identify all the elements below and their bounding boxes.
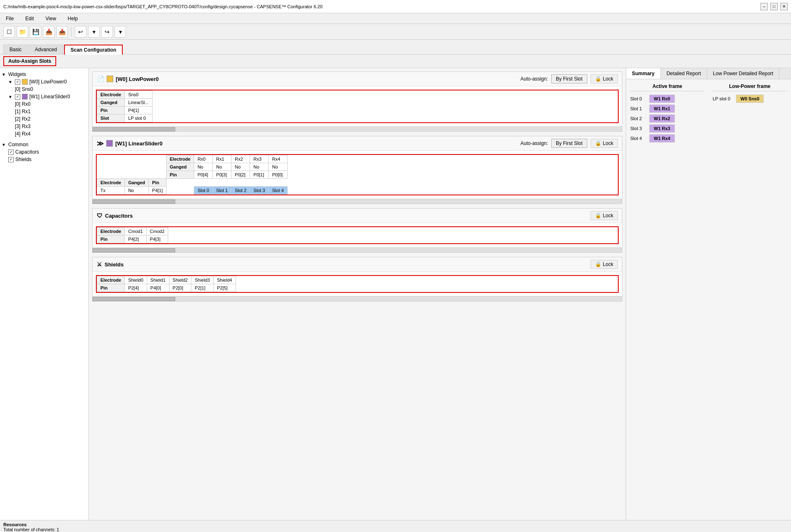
slot-0-label: Slot 0 <box>630 96 647 101</box>
checkbox-w0[interactable]: ✓ <box>15 79 20 85</box>
w0-section: 📄 [W0] LowPower0 Auto-assign: By First S… <box>92 71 622 132</box>
shield-p20: P2[0] <box>169 284 191 292</box>
new-button[interactable]: ☐ <box>3 26 15 38</box>
summary-tabs: Summary Detailed Report Low Power Detail… <box>626 68 791 79</box>
table-row: Ganged LinearSl... <box>97 99 152 107</box>
maximize-button[interactable]: □ <box>770 3 778 10</box>
redo-dropdown[interactable]: ▾ <box>114 26 126 38</box>
w0-by-first-slot[interactable]: By First Slot <box>551 74 587 83</box>
toolbar-separator <box>71 27 71 36</box>
undo-dropdown[interactable]: ▾ <box>88 26 100 38</box>
w0-sns0-label: [0] Sns0 <box>15 86 33 92</box>
tree-w0[interactable]: ▼ ✓ [W0] LowPower0 <box>2 78 87 86</box>
minimize-button[interactable]: – <box>760 3 768 10</box>
w1-scrollbar[interactable] <box>93 199 622 204</box>
shield-s4: Shield4 <box>213 276 236 284</box>
auto-assign-button[interactable]: Auto-Assign Slots <box>3 56 56 66</box>
common-label: Common <box>8 142 29 147</box>
w0-auto-assign-label: Auto-assign: <box>520 76 548 82</box>
cap-cmod2: Cmod2 <box>146 228 168 235</box>
undo-button[interactable]: ↩ <box>75 26 86 38</box>
summary-tab-lp-detailed[interactable]: Low Power Detailed Report <box>707 68 779 79</box>
slot-4-badge: W1 Rx4 <box>649 134 675 142</box>
tree-w1-rx0[interactable]: [0] Rx0 <box>2 100 87 108</box>
w0-ganged-val: LinearSl... <box>125 99 152 107</box>
left-panel: ▼ Widgets ▼ ✓ [W0] LowPower0 [0] Sns0 ▼ … <box>0 68 89 520</box>
close-button[interactable]: ✕ <box>780 3 788 10</box>
shield-electrode-label: Electrode <box>97 276 125 284</box>
slot-2-label: Slot 2 <box>630 116 647 121</box>
tree-w1-rx4[interactable]: [4] Rx4 <box>2 130 87 138</box>
cap-pin-label: Pin <box>97 235 125 243</box>
checkbox-w1[interactable]: ✓ <box>15 94 20 100</box>
table-row: Pin P4[2] P4[3] <box>97 235 168 243</box>
menu-edit[interactable]: Edit <box>23 15 36 22</box>
w0-lock-button[interactable]: 🔒 Lock <box>591 74 618 83</box>
shields-table: Electrode Shield0 Shield1 Shield2 Shield… <box>97 276 236 292</box>
shields-scrollbar[interactable] <box>93 296 622 301</box>
w1-rx4-header: Rx4 <box>269 155 287 163</box>
tab-advanced[interactable]: Advanced <box>29 45 63 54</box>
w1-rx1-pin: P0[3] <box>213 171 231 179</box>
w1-slot0: Slot 0 <box>194 187 212 195</box>
slot-1-badge: W1 Rx1 <box>649 104 675 113</box>
w1-pin-header: Pin <box>166 171 194 179</box>
content-area: 📄 [W0] LowPower0 Auto-assign: By First S… <box>89 68 626 520</box>
resources-label: Resources <box>3 522 788 527</box>
w1-lock-button[interactable]: 🔒 Lock <box>591 139 618 148</box>
table-row: Slot LP slot 0 <box>97 114 152 122</box>
checkbox-capacitors[interactable]: ✓ <box>8 150 14 155</box>
tree-capacitors[interactable]: ✓ Capacitors <box>2 148 87 156</box>
cap-electrode-label: Electrode <box>97 228 125 235</box>
redo-button[interactable]: ↪ <box>101 26 113 38</box>
tree-w0-sns0[interactable]: [0] Sns0 <box>2 86 87 93</box>
tree-w1-rx3[interactable]: [3] Rx3 <box>2 123 87 130</box>
capacitors-section: 🛡 Capacitors 🔒 Lock Electrode Cmod1 Cmod… <box>92 208 622 253</box>
cap-cmod1: Cmod1 <box>125 228 146 235</box>
auto-assign-section: Auto-Assign Slots <box>0 55 791 68</box>
lp-frame-title: Low-Power frame <box>713 83 787 91</box>
slot-row-2: Slot 2 W1 Rx2 <box>630 114 705 123</box>
w1-slot2: Slot 2 <box>231 187 250 195</box>
cap-p42: P4[2] <box>125 235 146 243</box>
shields-title: Shields <box>105 261 124 268</box>
table-row: Ganged No No No No No <box>97 163 295 171</box>
capacitors-lock-icon: 🔒 <box>595 213 601 218</box>
table-row: Pin P2[4] P4[0] P2[0] P2[1] P2[5] <box>97 284 236 292</box>
w0-scrollbar[interactable] <box>93 126 622 131</box>
w0-title: [W0] LowPower0 <box>116 76 159 82</box>
w1-rx2-ganged: No <box>231 163 250 171</box>
w1-rx0-ganged: No <box>194 163 212 171</box>
menu-help[interactable]: Help <box>65 15 81 22</box>
open-button[interactable]: 📁 <box>17 26 28 38</box>
capacitors-icon: 🛡 <box>97 212 102 219</box>
w1-slot1: Slot 1 <box>213 187 231 195</box>
tree-shields[interactable]: ✓ Shields <box>2 156 87 163</box>
menu-bar: File Edit View Help <box>0 13 791 24</box>
widgets-label: Widgets <box>8 71 26 77</box>
w1-rx1-header: Rx1 <box>213 155 231 163</box>
tree-w1[interactable]: ▼ ✓ [W1] LinearSlider0 <box>2 93 87 100</box>
menu-file[interactable]: File <box>3 15 16 22</box>
summary-tab-summary[interactable]: Summary <box>626 68 661 79</box>
summary-tab-detailed[interactable]: Detailed Report <box>661 68 707 79</box>
cap-scrollbar[interactable] <box>93 247 622 252</box>
capacitors-lock-button[interactable]: 🔒 Lock <box>591 211 618 220</box>
shields-lock-button[interactable]: 🔒 Lock <box>591 260 618 269</box>
tab-basic[interactable]: Basic <box>3 45 28 54</box>
import-button[interactable]: 📥 <box>43 26 55 38</box>
summary-content: Active frame Slot 0 W1 Rx0 Slot 1 W1 Rx1… <box>626 79 791 148</box>
checkbox-shields[interactable]: ✓ <box>8 157 14 162</box>
w1-ganged-header: Ganged <box>166 163 194 171</box>
slot-2-badge: W1 Rx2 <box>649 114 675 123</box>
tab-scan-configuration[interactable]: Scan Configuration <box>64 45 123 55</box>
w1-tx-ganged: No <box>125 187 149 195</box>
export-button[interactable]: 📤 <box>56 26 68 38</box>
save-button[interactable]: 💾 <box>30 26 41 38</box>
tree-w1-rx1[interactable]: [1] Rx1 <box>2 108 87 115</box>
tree-w1-rx2[interactable]: [2] Rx2 <box>2 115 87 123</box>
chevron-w0: ▼ <box>8 80 13 84</box>
w1-by-first-slot[interactable]: By First Slot <box>551 139 587 148</box>
menu-view[interactable]: View <box>43 15 59 22</box>
w1-rx3-pin: P0[1] <box>250 171 269 179</box>
